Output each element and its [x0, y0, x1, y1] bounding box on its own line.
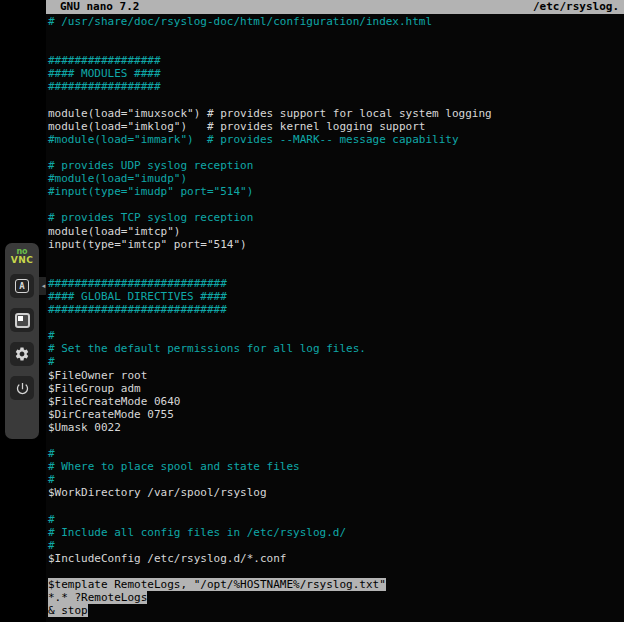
terminal-window[interactable]: GNU nano 7.2 /etc/rsyslog. # /usr/share/…: [46, 0, 624, 622]
editor-line: $WorkDirectory /var/spool/rsyslog: [48, 486, 624, 499]
editor-line: [48, 434, 624, 447]
editor-line: [48, 565, 624, 578]
editor-line: *.* ?RemoteLogs: [48, 591, 624, 604]
editor-line: ###########################: [48, 303, 624, 316]
editor-line: $FileOwner root: [48, 369, 624, 382]
novnc-logo-bottom: VNC: [11, 256, 34, 265]
editor-line: input(type="imtcp" port="514"): [48, 238, 624, 251]
editor-content[interactable]: # /usr/share/doc/rsyslog-doc/html/config…: [46, 14, 624, 617]
editor-line: #################: [48, 80, 624, 93]
editor-line: # Where to place spool and state files: [48, 460, 624, 473]
editor-line: #: [48, 539, 624, 552]
editor-line: #: [48, 329, 624, 342]
settings-button[interactable]: [10, 342, 34, 366]
editor-line: #module(load="immark") # provides --MARK…: [48, 133, 624, 146]
editor-line: #### MODULES ####: [48, 67, 624, 80]
gear-icon: [14, 346, 30, 362]
editor-line: [48, 251, 624, 264]
editor-line: [48, 499, 624, 512]
editor-line: [48, 198, 624, 211]
editor-line: [48, 28, 624, 41]
editor-line: #### GLOBAL DIRECTIVES ####: [48, 290, 624, 303]
editor-line: $template RemoteLogs, "/opt/%HOSTNAME%/r…: [48, 578, 624, 591]
editor-line: #input(type="imudp" port="514"): [48, 185, 624, 198]
editor-line: & stop: [48, 604, 624, 617]
editor-line: $FileGroup adm: [48, 382, 624, 395]
editor-line: $DirCreateMode 0755: [48, 408, 624, 421]
editor-line: $IncludeConfig /etc/rsyslog.d/*.conf: [48, 552, 624, 565]
editor-line: $FileCreateMode 0640: [48, 395, 624, 408]
power-button[interactable]: [10, 376, 34, 400]
novnc-control-bar: no VNC A: [5, 243, 39, 439]
editor-line: #: [48, 447, 624, 460]
editor-line: # provides UDP syslog reception: [48, 159, 624, 172]
fullscreen-button[interactable]: [10, 308, 34, 332]
extra-keys-button[interactable]: A: [10, 274, 34, 298]
power-icon: [15, 381, 30, 396]
editor-line: # Include all config files in /etc/rsysl…: [48, 526, 624, 539]
nano-titlebar: GNU nano 7.2 /etc/rsyslog.: [46, 0, 624, 14]
nano-filename: /etc/rsyslog.: [533, 0, 619, 14]
editor-line: module(load="imuxsock") # provides suppo…: [48, 107, 624, 120]
a-key-icon: A: [15, 279, 29, 293]
editor-line: #################: [48, 54, 624, 67]
editor-line: ###########################: [48, 277, 624, 290]
editor-line: $Umask 0022: [48, 421, 624, 434]
editor-line: # Set the default permissions for all lo…: [48, 342, 624, 355]
editor-line: module(load="imtcp"): [48, 225, 624, 238]
editor-line: [48, 146, 624, 159]
editor-line: #: [48, 473, 624, 486]
editor-line: [48, 264, 624, 277]
editor-line: # provides TCP syslog reception: [48, 211, 624, 224]
fullscreen-icon: [15, 313, 30, 328]
editor-line: # /usr/share/doc/rsyslog-doc/html/config…: [48, 15, 624, 28]
editor-line: [48, 316, 624, 329]
editor-line: #module(load="imudp"): [48, 172, 624, 185]
editor-line: [48, 94, 624, 107]
editor-line: #: [48, 513, 624, 526]
editor-line: module(load="imklog") # provides kernel …: [48, 120, 624, 133]
editor-line: #: [48, 355, 624, 368]
chevron-left-icon: ◂: [42, 282, 46, 290]
novnc-logo: no VNC: [11, 248, 34, 265]
nano-version: GNU nano 7.2: [60, 0, 139, 14]
editor-line: [48, 41, 624, 54]
